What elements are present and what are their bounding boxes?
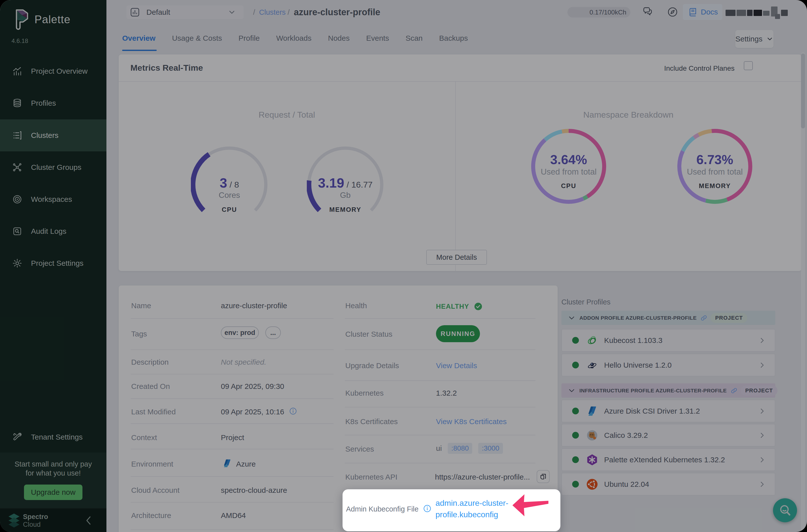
palette-app-window: Palette 4.6.18 Project Overview Profiles [0,0,807,532]
admin-kubeconfig-label: Admin Kubeconfig File [346,505,418,513]
info-icon[interactable] [423,504,431,513]
admin-kubeconfig-file-link[interactable]: admin.azure-cluster- profile.kubeconfig [435,497,508,520]
kubeconfig-link-line2: profile.kubeconfig [435,509,508,520]
admin-kubeconfig-spotlight: Admin Kubeconfig File admin.azure-cluste… [342,489,560,531]
tutorial-dim-overlay [0,0,807,532]
annotation-arrow [511,493,549,517]
kubeconfig-link-line1: admin.azure-cluster- [435,497,508,509]
